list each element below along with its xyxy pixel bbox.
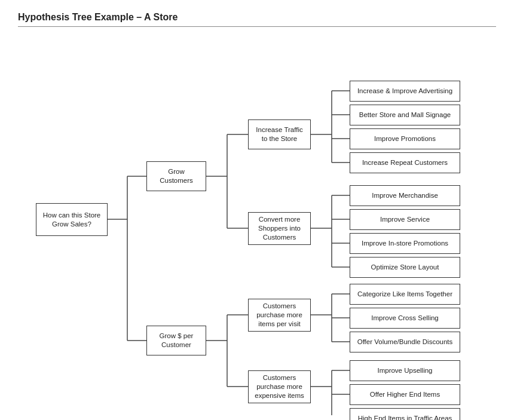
node-leaf-traffic-areas: High End Items in Traffic Areas	[350, 408, 460, 420]
node-leaf-merch: Improve Merchandise	[350, 185, 460, 206]
node-grow-customers: Grow Customers	[146, 161, 206, 191]
node-increase-traffic: Increase Traffic to the Store	[248, 119, 311, 149]
node-leaf-repeat: Increase Repeat Customers	[350, 152, 460, 173]
tree-area: How can this Store Grow Sales? Grow Cust…	[18, 33, 496, 415]
node-leaf-higher: Offer Higher End Items	[350, 384, 460, 405]
node-convert-shoppers: Convert more Shoppers into Customers	[248, 212, 311, 245]
node-leaf-service: Improve Service	[350, 209, 460, 230]
node-leaf-promo: Improve Promotions	[350, 128, 460, 149]
page-title: Hypothesis Tree Example – A Store	[18, 12, 496, 23]
node-customers-items: Customers purchase more items per visit	[248, 299, 311, 332]
node-leaf-sign: Better Store and Mall Signage	[350, 105, 460, 125]
node-leaf-adv: Increase & Improve Advertising	[350, 81, 460, 102]
node-leaf-cross: Improve Cross Selling	[350, 308, 460, 329]
page: Hypothesis Tree Example – A Store	[0, 0, 514, 420]
node-leaf-layout: Optimize Store Layout	[350, 257, 460, 278]
node-customers-expensive: Customers purchase more expensive items	[248, 370, 311, 403]
node-leaf-bundle: Offer Volume/Bundle Discounts	[350, 332, 460, 352]
node-grow-dollar: Grow $ per Customer	[146, 326, 206, 355]
node-leaf-categ: Categorize Like Items Together	[350, 284, 460, 305]
node-root: How can this Store Grow Sales?	[36, 203, 108, 236]
node-leaf-upsell: Improve Upselling	[350, 360, 460, 381]
title-divider	[18, 26, 496, 27]
node-leaf-instore: Improve In-store Promotions	[350, 233, 460, 254]
